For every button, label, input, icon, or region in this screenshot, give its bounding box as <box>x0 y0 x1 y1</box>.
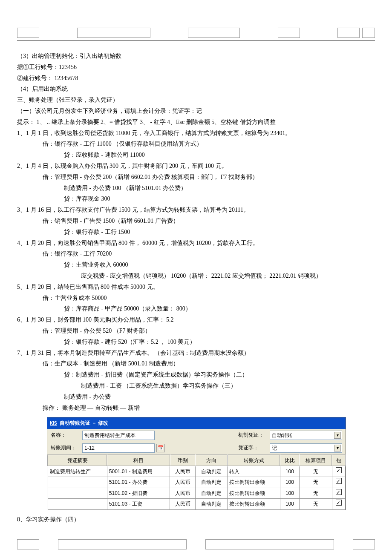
text-line: 贷：应收账款 - 速胜公司 11000 <box>17 150 375 160</box>
form-row-name: 名称： 制造费用结转生产成本 机制凭证： 自动转账 <box>47 429 346 442</box>
grid-row[interactable]: 制造费用结转生产 5001.01 - 制造费用 人民币 自动判定 转入 100 … <box>48 466 345 477</box>
grid-row[interactable]: 5101.02 - 折旧费 人民币 自动判定 按比例转出余额 100 无 <box>48 488 345 498</box>
header-boxes <box>17 28 375 40</box>
text-line: ②建行账号： 12345678 <box>17 73 375 83</box>
checkbox-icon[interactable] <box>336 467 342 473</box>
cell-incl[interactable] <box>332 488 345 498</box>
cell-item[interactable]: 无 <box>299 477 332 488</box>
header-box <box>278 28 300 38</box>
footer-box <box>58 539 187 549</box>
cell-method[interactable]: 按比例转出余额 <box>228 499 280 509</box>
text-line: 制造费用 - 办公费 <box>17 392 375 402</box>
cell-direction[interactable]: 自动判定 <box>195 499 228 509</box>
checkbox-icon[interactable] <box>336 478 342 484</box>
kis-logo: KIS <box>50 420 57 427</box>
grid-row[interactable]: 5101.01 - 办公费 人民币 自动判定 按比例转出余额 100 无 <box>48 477 345 488</box>
cell-currency[interactable]: 人民币 <box>170 477 196 488</box>
text-line: 3、1 月 16 日，以工行存款支付广告费 1500 元，结算方式为转账支票，结… <box>17 205 375 215</box>
footer-box <box>17 539 39 549</box>
footer-box <box>353 539 375 549</box>
text-line: 借：主营业务成本 50000 <box>17 293 375 303</box>
text-line: 6、1 月 30 日，财务部用 100 美元购买办公用品，汇率： 5.2 <box>17 315 375 325</box>
cell-item[interactable]: 无 <box>299 488 332 498</box>
text-line: 5、1 月 20 日，结转已出售商品 800 件成本 50000 元。 <box>17 282 375 292</box>
cell-summary[interactable]: 制造费用结转生产 <box>48 466 107 477</box>
header-box <box>362 28 375 38</box>
col-direction[interactable]: 方向 <box>195 455 228 466</box>
header-box <box>337 28 360 38</box>
cell-direction[interactable]: 自动判定 <box>195 466 228 477</box>
combo-word[interactable]: 记 <box>270 443 342 453</box>
text-line: 贷：制造费用 - 折旧费（固定资产系统生成数据）学习实务操作（二） <box>17 370 375 380</box>
text-line: 借：生产成本 - 制造费用 （新增 5001.01 制造费用） <box>17 359 375 369</box>
text-line: 三、账务处理（张三登录，录入凭证） <box>17 95 375 105</box>
col-currency[interactable]: 币别 <box>170 455 196 466</box>
dialog-titlebar: KIS 自动转账凭证 － 修改 <box>47 417 346 428</box>
text-line: 贷：库存商品 - 甲产品 50000（录入数量： 800） <box>17 304 375 314</box>
text-line: （3）出纳管理初始化：引入出纳初始数 <box>17 51 375 61</box>
input-period[interactable]: 1-12 <box>82 443 155 453</box>
text-line: （一）该公司元月份发生下列经济业务，请填上会计分录：凭证字：记 <box>17 106 375 116</box>
cell-direction[interactable]: 自动判定 <box>195 477 228 488</box>
form-row-period: 转账期间： 1-12 📅 凭证字： 记 <box>47 442 346 454</box>
cell-item[interactable]: 无 <box>299 466 332 477</box>
input-name[interactable]: 制造费用结转生产成本 <box>82 431 155 440</box>
text-line: 2、1 月 4 日，以现金购入办公用品 300 元，其中财务部门 200 元，车… <box>17 161 375 171</box>
label-mech: 机制凭证： <box>238 431 268 439</box>
col-method[interactable]: 转账方式 <box>228 455 280 466</box>
grid-row[interactable]: 5101.03 - 工资 人民币 自动判定 按比例转出余额 100 无 <box>48 499 345 509</box>
footer-box <box>205 539 334 549</box>
cell-method[interactable]: 按比例转出余额 <box>228 488 280 498</box>
text-line: （4）启用出纳系统 <box>17 84 375 94</box>
col-summary[interactable]: 凭证摘要 <box>48 455 107 466</box>
text-line: 制造费用 - 办公费 100 （新增 5101.01 办公费） <box>17 183 375 193</box>
header-box <box>17 28 39 38</box>
cell-currency[interactable]: 人民币 <box>170 499 196 509</box>
cell-subject[interactable]: 5101.03 - 工资 <box>107 499 170 509</box>
cell-incl[interactable] <box>332 477 345 488</box>
text-line: 8、学习实务操作（四） <box>17 515 375 525</box>
checkbox-icon[interactable] <box>336 500 342 506</box>
text-line: 1、1 月 1 日，收到速胜公司偿还货款 11000 元，存入工商银行，结算方式… <box>17 128 375 138</box>
cell-method[interactable]: 按比例转出余额 <box>228 477 280 488</box>
col-subject[interactable]: 科目 <box>107 455 170 466</box>
cell-ratio[interactable]: 100 <box>280 499 299 509</box>
cell-method[interactable]: 转入 <box>228 466 280 477</box>
cell-summary[interactable] <box>48 499 107 509</box>
text-line: 借：管理费用 - 办公费 200（新增 6602.01 办公费 核算项目：部门，… <box>17 172 375 182</box>
auto-transfer-dialog: KIS 自动转账凭证 － 修改 名称： 制造费用结转生产成本 机制凭证： 自动转… <box>47 417 346 510</box>
cell-ratio[interactable]: 100 <box>280 466 299 477</box>
cell-subject[interactable]: 5101.02 - 折旧费 <box>107 488 170 498</box>
cell-currency[interactable]: 人民币 <box>170 488 196 498</box>
text-line: 借：管理费用 - 办公费 520 （F7 财务部） <box>17 326 375 336</box>
text-line: 4、1 月 20 日，向速胜公司销售甲商品 800 件， 60000 元，增值税… <box>17 238 375 248</box>
cell-item[interactable]: 无 <box>299 499 332 509</box>
cell-ratio[interactable]: 100 <box>280 488 299 498</box>
cell-subject[interactable]: 5101.01 - 办公费 <box>107 477 170 488</box>
voucher-grid: 凭证摘要 科目 币别 方向 转账方式 比比 核算项目 包 制造费用结转生产 50… <box>47 454 346 510</box>
dialog-title-text: 自动转账凭证 － 修改 <box>60 419 109 427</box>
text-line: 贷：银行存款 - 建行 520（汇率：5.2 ， 100 美元） <box>17 337 375 347</box>
cell-currency[interactable]: 人民币 <box>170 466 196 477</box>
col-incl[interactable]: 包 <box>332 455 345 466</box>
checkbox-icon[interactable] <box>336 489 342 495</box>
cell-subject[interactable]: 5001.01 - 制造费用 <box>107 466 170 477</box>
period-picker-icon[interactable]: 📅 <box>156 444 165 452</box>
text-line: 应交税费 - 应交增值税（销项税） 10200（新增： 2221.02 应交增值… <box>17 271 375 281</box>
grid-body: 制造费用结转生产 5001.01 - 制造费用 人民币 自动判定 转入 100 … <box>48 466 345 509</box>
cell-direction[interactable]: 自动判定 <box>195 488 228 498</box>
cell-incl[interactable] <box>332 499 345 509</box>
col-item[interactable]: 核算项目 <box>299 455 332 466</box>
document-page: （3）出纳管理初始化：引入出纳初始数 据①工行账号：123456 ②建行账号： … <box>17 28 375 552</box>
cell-summary[interactable] <box>48 477 107 488</box>
header-box <box>188 28 240 38</box>
cell-incl[interactable] <box>332 466 345 477</box>
col-ratio[interactable]: 比比 <box>280 455 299 466</box>
text-line: 贷：主营业务收入 60000 <box>17 260 375 270</box>
combo-mech[interactable]: 自动转账 <box>270 431 342 440</box>
text-line: 贷：银行存款 - 工行 1500 <box>17 227 375 237</box>
header-box <box>77 28 150 38</box>
cell-ratio[interactable]: 100 <box>280 477 299 488</box>
label-name: 名称： <box>51 431 81 439</box>
cell-summary[interactable] <box>48 488 107 498</box>
